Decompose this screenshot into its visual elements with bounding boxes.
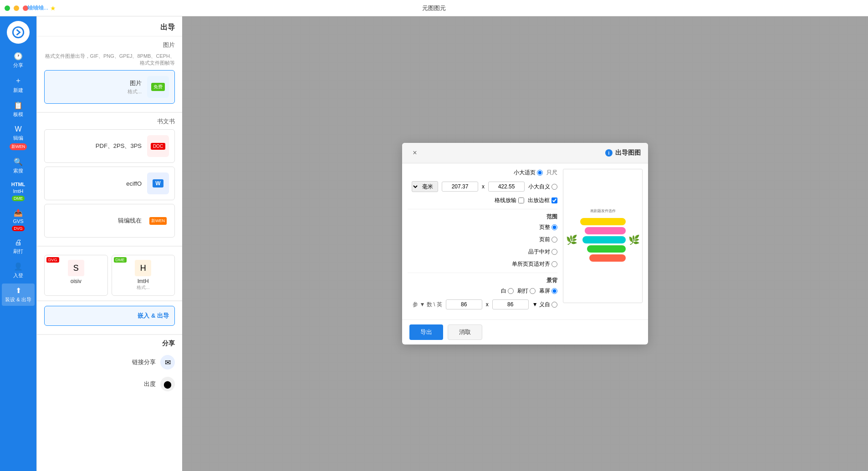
export-cancel-button[interactable]: 消取 <box>448 324 482 340</box>
main-container: 🕐 分享 ＋ 新建 📋 板模 W 辑编 新WEN 🔍 索搜 HTML lmtH … <box>0 16 868 471</box>
bg-print-radio[interactable]: 刷打 <box>517 287 536 295</box>
svg-format-item[interactable]: DVG S oisiv <box>44 255 108 296</box>
modal-close-button[interactable]: × <box>409 147 420 158</box>
sidebar-item-html[interactable]: HTML lmtH DME <box>2 179 35 204</box>
grid-checkbox[interactable]: 格线放输 <box>495 197 524 204</box>
custom-bg-radio[interactable]: 义自 ▼ <box>532 301 557 309</box>
sidebar-item-share[interactable]: 📤 GVS DVG <box>2 206 35 234</box>
html-svg-grid: DME H lmtH ...格式 DVG S oisiv <box>44 255 175 296</box>
bg-radio-row: 幕屏 刷打 白 <box>408 287 557 295</box>
sidebar-item-search[interactable]: 🔍 索搜 <box>2 155 35 177</box>
grid-checkbox-input[interactable] <box>518 198 524 203</box>
app-name-label: ...蛐蛐蛐 <box>27 4 48 12</box>
range-fitall-radio[interactable]: 单所页页适对齐 <box>512 260 557 268</box>
custom-size-radio[interactable]: 小大自义 <box>528 183 557 191</box>
border-checkbox[interactable]: 出放边框 <box>528 197 557 204</box>
fit-page-label: 小大适页 <box>514 169 536 177</box>
bg-screen-radio[interactable]: 幕屏 <box>539 287 557 295</box>
svg-point-0 <box>13 27 23 37</box>
sidebar-top-arrow-button[interactable] <box>7 21 30 44</box>
width-input[interactable] <box>488 182 525 192</box>
share-icon: 📤 <box>14 208 23 217</box>
preview-pills-container <box>580 218 626 262</box>
range-center-row: 品于中对 <box>408 248 557 256</box>
pill-bar-1 <box>580 218 626 225</box>
sidebar-item-export[interactable]: ⬆ 装设 & 出导 <box>2 284 35 306</box>
fit-page-radio[interactable]: 小大适页 <box>514 169 543 177</box>
pdf-name: PDF、2PS、3PS <box>50 142 142 150</box>
bg-white-input[interactable] <box>508 288 514 294</box>
range-all-radio[interactable]: 页整 <box>539 223 557 231</box>
minimize-button[interactable] <box>14 5 19 11</box>
image-format-item[interactable]: 免费 图片 ...格式 <box>44 70 175 104</box>
html-format-label: lmtH <box>138 278 149 284</box>
fit-page-input[interactable] <box>537 170 543 176</box>
canvas-area[interactable]: 出导图图 i × 画剧题发件选作 🌿 <box>182 16 868 471</box>
html-format-badge: DME <box>114 257 127 263</box>
unit-select[interactable]: 毫米 像素 <box>412 181 438 192</box>
modal-body: 画剧题发件选作 🌿 🌿 <box>402 163 648 319</box>
html-format-item[interactable]: DME H lmtH ...格式 <box>112 255 175 296</box>
custom-bg-input[interactable] <box>551 302 557 308</box>
range-center-input[interactable] <box>551 249 557 255</box>
share-export-icon: ⬤ <box>160 377 175 391</box>
office-info: eciffO <box>50 180 142 187</box>
office-format-item[interactable]: W eciffO <box>44 167 175 200</box>
share-link-item[interactable]: ✉ 链接分享 <box>44 351 175 373</box>
custom-size-label: 小大自义 <box>528 183 550 191</box>
image-format-icon: 免费 <box>147 76 169 98</box>
export-confirm-button[interactable]: 导出 <box>409 324 443 340</box>
share-export-label: 出度 <box>144 380 156 388</box>
window-controls[interactable] <box>5 5 28 11</box>
word-online-item[interactable]: 新WEN 辑编线在 <box>44 204 175 238</box>
pill-bar-3 <box>582 236 626 243</box>
sidebar-item-template[interactable]: 📋 板模 <box>2 98 35 121</box>
bg-screen-input[interactable] <box>551 288 557 294</box>
size-settings-row: 只尺 小大适页 <box>408 169 557 177</box>
sidebar-item-recent[interactable]: 🕐 分享 <box>2 49 35 71</box>
image-format-desc: ...格式 <box>50 88 142 95</box>
embed-export-item[interactable]: 嵌入 & 出导 <box>44 306 175 326</box>
pill-bar-4 <box>587 245 626 253</box>
size-label: 只尺 <box>546 169 557 177</box>
range-row: 页整 <box>408 223 557 231</box>
range-custom-radio[interactable]: 页前 <box>539 236 557 243</box>
custom-height-input[interactable] <box>446 299 482 309</box>
range-all-input[interactable] <box>551 224 557 230</box>
svg-format-badge: DVG <box>46 257 59 263</box>
modal-info-icon[interactable]: i <box>605 149 613 157</box>
sidebar-item-user[interactable]: 👤 入登 <box>2 259 35 282</box>
html-format-icon: H <box>135 260 151 276</box>
maximize-button[interactable] <box>5 5 10 11</box>
modal-title-area: 出导图图 i <box>605 149 641 157</box>
height-input[interactable] <box>442 182 478 192</box>
range-center-radio[interactable]: 品于中对 <box>528 248 557 256</box>
pill-bar-2 <box>585 227 626 234</box>
image-section-title: 图片 <box>44 41 175 49</box>
export-icon: ⬆ <box>15 286 21 295</box>
border-checkbox-input[interactable] <box>551 198 557 203</box>
custom-size-input[interactable] <box>551 184 557 190</box>
share-section: 分享 ✉ 链接分享 ⬤ 出度 <box>37 335 182 400</box>
bg-print-input[interactable] <box>530 288 536 294</box>
range-fitall-label: 单所页页适对齐 <box>512 260 550 268</box>
bg-white-radio[interactable]: 白 <box>501 287 514 295</box>
word-new-name: 辑编线在 <box>50 217 142 225</box>
custom-width-input[interactable] <box>492 299 529 309</box>
share-section-title: 分享 <box>44 339 175 348</box>
sidebar-item-new[interactable]: ＋ 新建 <box>2 73 35 96</box>
pdf-format-item[interactable]: DOC PDF、2PS、3PS <box>44 129 175 163</box>
settings-divider-1 <box>408 209 557 209</box>
sidebar-item-print[interactable]: 🖨 刷打 <box>2 236 35 258</box>
embed-section: 嵌入 & 出导 <box>37 301 182 334</box>
html-format-sublabel: ...格式 <box>137 284 149 291</box>
embed-label: 嵌入 & 出导 <box>138 312 169 320</box>
share-link-icon: ✉ <box>160 355 175 370</box>
sidebar-item-word[interactable]: W 辑编 新WEN <box>2 122 35 153</box>
sidebar-html-label: lmtH <box>13 188 24 194</box>
range-custom-input[interactable] <box>551 237 557 243</box>
share-export-item[interactable]: ⬤ 出度 <box>44 373 175 395</box>
range-fitall-input[interactable] <box>551 261 557 267</box>
sidebar-recent-label: 分享 <box>13 62 23 69</box>
sidebar-new-label: 新建 <box>13 87 23 94</box>
